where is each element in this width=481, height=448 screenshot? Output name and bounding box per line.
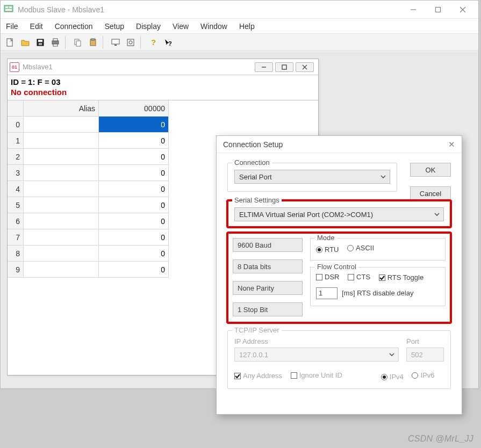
open-icon[interactable]: [19, 36, 32, 49]
row-index: 7: [8, 229, 24, 245]
menu-help[interactable]: Help: [239, 22, 255, 31]
svg-rect-16: [76, 41, 81, 46]
svg-rect-12: [52, 41, 59, 44]
value-cell[interactable]: 0: [99, 149, 169, 165]
row-index: 1: [8, 133, 24, 149]
menubar: File Edit Connection Setup Display View …: [1, 19, 478, 34]
app-title: Modbus Slave - Mbslave1: [18, 5, 401, 14]
toolbar: ? ?: [1, 34, 478, 51]
value-cell[interactable]: 0: [99, 213, 169, 229]
svg-rect-2: [9, 6, 12, 8]
svg-rect-20: [114, 45, 117, 46]
connection-status: No connection: [8, 88, 318, 100]
alias-cell[interactable]: [24, 245, 99, 262]
connection-type-select[interactable]: Serial Port: [234, 170, 390, 184]
dialog-close-button[interactable]: ✕: [448, 140, 455, 149]
child-minimize-button[interactable]: [255, 62, 273, 72]
menu-edit[interactable]: Edit: [30, 22, 43, 31]
serial-port-select[interactable]: ELTIMA Virtual Serial Port (COM2->COM1): [234, 207, 444, 221]
watermark: CSDN @MrL_JJ: [408, 434, 473, 444]
dialog-titlebar: Connection Setup ✕: [217, 136, 462, 153]
app-icon: [4, 4, 13, 16]
value-cell[interactable]: 0: [99, 165, 169, 181]
col-index-header: [8, 100, 24, 117]
titlebar: Modbus Slave - Mbslave1: [1, 1, 478, 19]
ok-button[interactable]: OK: [410, 163, 451, 177]
value-cell[interactable]: 0: [99, 133, 169, 149]
doc-icon: 01: [10, 62, 19, 72]
parity-select[interactable]: None Parity: [233, 281, 303, 295]
child-maximize-button[interactable]: [275, 62, 293, 72]
cancel-button[interactable]: Cancel: [410, 186, 451, 200]
new-icon[interactable]: [4, 36, 17, 49]
toolbar-separator: [140, 36, 143, 49]
connection-setup-dialog: Connection Setup ✕ OK Cancel Connection …: [216, 135, 462, 415]
close-button[interactable]: [450, 1, 475, 18]
databits-select[interactable]: 8 Data bits: [233, 259, 303, 273]
svg-rect-13: [53, 39, 58, 41]
alias-cell[interactable]: [24, 133, 99, 149]
ip-address-label: IP Address: [234, 337, 399, 345]
save-icon[interactable]: [34, 36, 47, 49]
row-index: 2: [8, 149, 24, 165]
row-index: 4: [8, 181, 24, 197]
menu-connection[interactable]: Connection: [55, 22, 93, 31]
tcpip-label: TCP/IP Server: [232, 326, 282, 334]
child-titlebar: 01 Mbslave1: [8, 59, 318, 75]
help-icon[interactable]: ?: [147, 36, 160, 49]
row-index: 0: [8, 117, 24, 133]
copy-icon[interactable]: [71, 36, 84, 49]
row-index: 6: [8, 213, 24, 229]
rts-toggle-checkbox[interactable]: RTS Toggle: [379, 273, 423, 281]
svg-text:?: ?: [168, 40, 172, 47]
window-buttons: [401, 1, 475, 18]
menu-file[interactable]: File: [6, 22, 18, 31]
value-cell[interactable]: 0: [99, 245, 169, 262]
alias-cell[interactable]: [24, 117, 99, 133]
port-input: 502: [406, 348, 444, 362]
minimize-button[interactable]: [401, 1, 426, 18]
alias-cell[interactable]: [24, 149, 99, 165]
alias-cell[interactable]: [24, 197, 99, 213]
value-cell[interactable]: 0: [99, 262, 169, 278]
rts-delay-label: [ms] RTS disable delay: [342, 289, 413, 297]
rts-delay-input[interactable]: 1: [316, 287, 338, 299]
maximize-button[interactable]: [426, 1, 450, 18]
mode-ascii-radio[interactable]: ASCII: [347, 244, 374, 252]
alias-cell[interactable]: [24, 213, 99, 229]
value-cell[interactable]: 0: [99, 197, 169, 213]
table-row[interactable]: 00: [8, 117, 318, 133]
alias-cell[interactable]: [24, 262, 99, 278]
alias-cell[interactable]: [24, 181, 99, 197]
value-cell[interactable]: 0: [99, 229, 169, 245]
monitor-icon[interactable]: [109, 36, 122, 49]
device-icon[interactable]: [124, 36, 137, 49]
stopbit-select[interactable]: 1 Stop Bit: [233, 302, 303, 316]
menu-display[interactable]: Display: [136, 22, 161, 31]
slave-status: ID = 1: F = 03: [8, 75, 318, 88]
cts-checkbox[interactable]: CTS: [348, 273, 370, 281]
svg-rect-19: [112, 39, 119, 44]
dsr-checkbox[interactable]: DSR: [316, 273, 339, 281]
mode-rtu-radio[interactable]: RTU: [316, 245, 339, 254]
row-index: 8: [8, 245, 24, 262]
ignore-unitid-checkbox: Ignore Unit ID: [291, 371, 342, 379]
print-icon[interactable]: [49, 36, 62, 49]
flow-control-label: Flow Control: [315, 263, 358, 271]
alias-cell[interactable]: [24, 229, 99, 245]
alias-cell[interactable]: [24, 165, 99, 181]
menu-window[interactable]: Window: [200, 22, 227, 31]
svg-rect-5: [436, 7, 441, 12]
value-cell[interactable]: 0: [99, 181, 169, 197]
menu-view[interactable]: View: [173, 22, 189, 31]
any-address-checkbox: Any Address: [234, 372, 282, 380]
serial-settings-label: Serial Settings: [232, 196, 282, 204]
menu-setup[interactable]: Setup: [105, 22, 125, 31]
paste-icon[interactable]: [87, 36, 99, 49]
baud-select[interactable]: 9600 Baud: [233, 238, 303, 252]
svg-rect-3: [5, 9, 12, 11]
child-close-button[interactable]: [296, 62, 314, 72]
whats-this-icon[interactable]: ?: [162, 36, 175, 49]
chevron-down-icon: [389, 351, 395, 359]
value-cell[interactable]: 0: [99, 117, 169, 133]
